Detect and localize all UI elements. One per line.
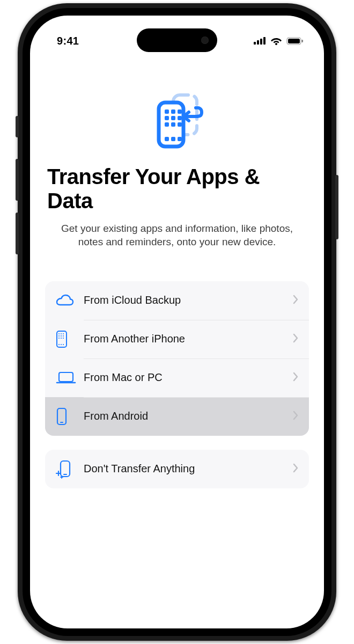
volume-up-button[interactable] xyxy=(16,159,19,201)
option-label: From Android xyxy=(84,410,293,422)
option-dont-transfer[interactable]: Don't Transfer Anything xyxy=(45,450,309,488)
chevron-right-icon xyxy=(293,372,298,384)
svg-rect-17 xyxy=(171,122,175,127)
screen: 9:41 xyxy=(30,16,324,628)
page-subtitle: Get your existing apps and information, … xyxy=(45,222,309,249)
svg-rect-15 xyxy=(178,116,182,120)
svg-rect-20 xyxy=(171,137,175,141)
iphone-icon xyxy=(56,330,84,348)
chevron-right-icon xyxy=(293,411,298,422)
device-frame: 9:41 xyxy=(18,3,336,641)
sparkle-phone-icon xyxy=(56,459,84,479)
laptop-icon xyxy=(56,371,84,385)
mute-switch[interactable] xyxy=(16,116,19,137)
chevron-right-icon xyxy=(293,333,298,345)
option-label: From Mac or PC xyxy=(84,371,293,384)
svg-rect-18 xyxy=(178,122,182,127)
svg-rect-14 xyxy=(171,116,175,120)
svg-rect-19 xyxy=(165,137,169,141)
svg-point-28 xyxy=(63,335,64,336)
options-group-2: Don't Transfer Anything xyxy=(45,450,309,488)
chevron-right-icon xyxy=(293,463,298,475)
svg-rect-0 xyxy=(254,42,256,45)
options-group-1: From iCloud Backup xyxy=(45,281,309,436)
svg-point-33 xyxy=(61,344,62,345)
wifi-icon xyxy=(270,36,282,45)
svg-point-27 xyxy=(61,335,62,336)
svg-rect-10 xyxy=(165,109,169,114)
svg-point-23 xyxy=(58,333,60,334)
option-another-iphone[interactable]: From Another iPhone xyxy=(45,320,309,358)
option-android[interactable]: From Android xyxy=(45,397,309,436)
svg-rect-6 xyxy=(288,39,300,43)
status-time: 9:41 xyxy=(57,35,79,47)
power-button[interactable] xyxy=(335,175,338,239)
option-icloud-backup[interactable]: From iCloud Backup xyxy=(45,281,309,320)
svg-rect-1 xyxy=(257,40,259,45)
svg-rect-21 xyxy=(178,137,182,141)
option-mac-or-pc[interactable]: From Mac or PC xyxy=(45,358,309,397)
content: Transfer Your Apps & Data Get your exist… xyxy=(30,16,324,628)
svg-rect-2 xyxy=(260,39,262,45)
svg-rect-13 xyxy=(165,116,169,120)
chevron-right-icon xyxy=(293,295,298,306)
svg-point-24 xyxy=(61,333,62,334)
svg-point-26 xyxy=(58,335,60,336)
svg-rect-12 xyxy=(178,109,182,114)
svg-rect-22 xyxy=(57,331,67,347)
cloud-icon xyxy=(56,294,84,307)
svg-point-34 xyxy=(63,344,64,345)
svg-rect-35 xyxy=(59,372,73,382)
svg-rect-37 xyxy=(60,422,63,423)
cellular-icon xyxy=(254,37,266,45)
svg-point-31 xyxy=(63,338,64,339)
svg-rect-11 xyxy=(171,109,175,114)
page-title: Transfer Your Apps & Data xyxy=(45,165,309,213)
svg-point-30 xyxy=(61,338,62,339)
status-icons xyxy=(254,36,304,45)
battery-icon xyxy=(286,37,304,45)
svg-point-4 xyxy=(275,43,277,45)
svg-rect-16 xyxy=(165,122,169,127)
svg-point-25 xyxy=(63,333,64,334)
option-label: From iCloud Backup xyxy=(84,294,293,306)
dynamic-island xyxy=(137,28,217,52)
svg-rect-39 xyxy=(63,474,67,475)
svg-rect-7 xyxy=(302,40,304,42)
svg-rect-3 xyxy=(263,37,266,45)
android-icon xyxy=(56,407,84,426)
svg-point-29 xyxy=(58,338,60,339)
svg-point-32 xyxy=(58,344,60,345)
volume-down-button[interactable] xyxy=(16,213,19,254)
option-label: From Another iPhone xyxy=(84,333,293,345)
transfer-hero-icon xyxy=(45,91,309,155)
option-label: Don't Transfer Anything xyxy=(84,463,293,475)
device-bezel: 9:41 xyxy=(23,8,331,636)
